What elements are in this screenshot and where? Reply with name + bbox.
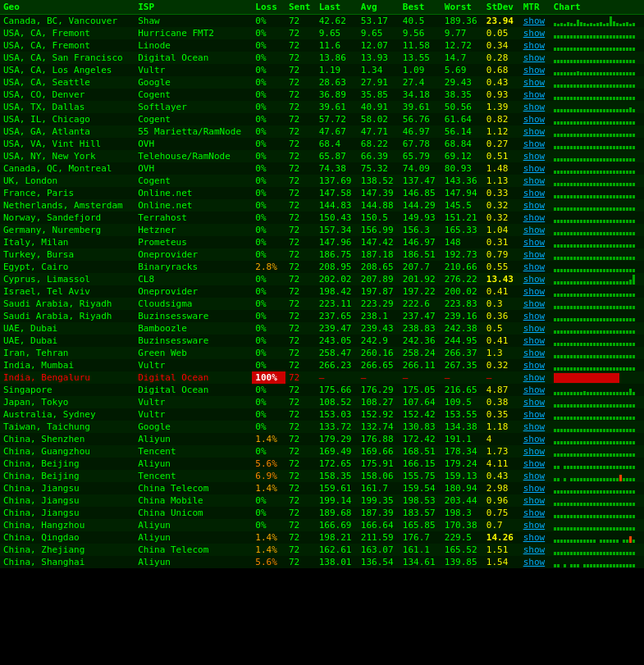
cell-mtr[interactable]: show bbox=[520, 273, 550, 285]
cell-avg: 187.39 bbox=[358, 507, 400, 519]
cell-mtr[interactable]: show bbox=[520, 224, 550, 236]
cell-mtr[interactable]: show bbox=[520, 335, 550, 347]
mtr-show-link[interactable]: show bbox=[523, 483, 546, 494]
cell-chart bbox=[550, 236, 644, 248]
mtr-show-link[interactable]: show bbox=[523, 262, 546, 272]
cell-worst: 151.21 bbox=[441, 212, 483, 224]
cell-mtr[interactable]: show bbox=[520, 347, 550, 359]
mtr-show-link[interactable]: show bbox=[523, 409, 546, 420]
mtr-show-link[interactable]: show bbox=[523, 225, 546, 235]
mtr-show-link[interactable]: show bbox=[523, 65, 546, 75]
cell-best: 130.83 bbox=[400, 421, 441, 433]
cell-mtr[interactable]: show bbox=[520, 298, 550, 310]
cell-isp: Aliyun bbox=[135, 519, 252, 531]
mtr-show-link[interactable]: show bbox=[523, 458, 546, 469]
cell-mtr[interactable]: show bbox=[520, 445, 550, 458]
cell-geo: Cyprus, Limassol bbox=[0, 273, 135, 285]
mtr-show-link[interactable]: show bbox=[523, 77, 546, 88]
cell-mtr[interactable]: show bbox=[520, 359, 550, 371]
mtr-show-link[interactable]: show bbox=[523, 360, 546, 371]
cell-mtr[interactable]: show bbox=[520, 175, 550, 187]
cell-mtr[interactable]: show bbox=[520, 396, 550, 408]
cell-mtr[interactable]: show bbox=[520, 15, 550, 28]
mtr-show-link[interactable]: show bbox=[523, 40, 546, 51]
mtr-show-link[interactable]: show bbox=[523, 114, 546, 125]
cell-mtr[interactable]: show bbox=[520, 150, 550, 162]
cell-mtr[interactable]: show bbox=[520, 285, 550, 298]
cell-mtr[interactable]: show bbox=[520, 544, 550, 556]
cell-mtr[interactable]: show bbox=[520, 187, 550, 199]
mtr-show-link[interactable]: show bbox=[523, 126, 546, 137]
cell-mtr[interactable]: show bbox=[520, 248, 550, 261]
cell-mtr[interactable]: show bbox=[520, 384, 550, 396]
cell-mtr[interactable]: show bbox=[520, 27, 550, 39]
mtr-show-link[interactable]: show bbox=[523, 163, 546, 174]
cell-mtr[interactable]: show bbox=[520, 236, 550, 248]
mtr-show-link[interactable]: show bbox=[523, 397, 546, 408]
cell-mtr[interactable]: show bbox=[520, 125, 550, 138]
cell-mtr[interactable]: show bbox=[520, 89, 550, 101]
mtr-show-link[interactable]: show bbox=[523, 446, 546, 457]
mtr-show-link[interactable]: show bbox=[523, 434, 546, 444]
cell-mtr[interactable]: show bbox=[520, 76, 550, 89]
cell-mtr[interactable]: show bbox=[520, 494, 550, 507]
mtr-show-link[interactable]: show bbox=[523, 311, 546, 321]
cell-mtr[interactable]: show bbox=[520, 470, 550, 482]
mtr-show-link[interactable]: show bbox=[523, 298, 546, 309]
cell-mtr[interactable]: show bbox=[520, 64, 550, 76]
cell-mtr[interactable]: show bbox=[520, 162, 550, 175]
mtr-show-link[interactable]: show bbox=[523, 557, 546, 567]
mtr-show-link[interactable]: show bbox=[523, 323, 546, 334]
mtr-show-link[interactable]: show bbox=[523, 532, 546, 543]
mtr-show-link[interactable]: show bbox=[523, 348, 546, 358]
cell-mtr[interactable]: show bbox=[520, 371, 550, 384]
cell-mtr[interactable]: show bbox=[520, 52, 550, 64]
mtr-show-link[interactable]: show bbox=[523, 544, 546, 555]
cell-mtr[interactable]: show bbox=[520, 212, 550, 224]
mtr-show-link[interactable]: show bbox=[523, 200, 546, 211]
mtr-show-link[interactable]: show bbox=[523, 421, 546, 432]
mtr-show-link[interactable]: show bbox=[523, 249, 546, 260]
cell-mtr[interactable]: show bbox=[520, 113, 550, 125]
cell-mtr[interactable]: show bbox=[520, 433, 550, 445]
mtr-show-link[interactable]: show bbox=[523, 372, 546, 383]
table-row: USA, CA, Los AngelesVultr0%721.191.341.0… bbox=[0, 64, 644, 76]
mtr-show-link[interactable]: show bbox=[523, 188, 546, 198]
mtr-show-link[interactable]: show bbox=[523, 237, 546, 248]
cell-mtr[interactable]: show bbox=[520, 556, 550, 568]
cell-mtr[interactable]: show bbox=[520, 310, 550, 322]
cell-mtr[interactable]: show bbox=[520, 519, 550, 531]
mtr-show-link[interactable]: show bbox=[523, 16, 546, 26]
mtr-show-link[interactable]: show bbox=[523, 508, 546, 518]
cell-mtr[interactable]: show bbox=[520, 531, 550, 544]
cell-mtr[interactable]: show bbox=[520, 458, 550, 470]
mtr-show-link[interactable]: show bbox=[523, 471, 546, 481]
mtr-show-link[interactable]: show bbox=[523, 212, 546, 223]
cell-mtr[interactable]: show bbox=[520, 408, 550, 421]
mtr-show-link[interactable]: show bbox=[523, 52, 546, 63]
cell-chart bbox=[550, 39, 644, 52]
cell-mtr[interactable]: show bbox=[520, 261, 550, 273]
cell-mtr[interactable]: show bbox=[520, 138, 550, 150]
mtr-show-link[interactable]: show bbox=[523, 335, 546, 346]
cell-mtr[interactable]: show bbox=[520, 421, 550, 433]
cell-mtr[interactable]: show bbox=[520, 322, 550, 335]
mtr-show-link[interactable]: show bbox=[523, 274, 546, 285]
mtr-show-link[interactable]: show bbox=[523, 175, 546, 186]
cell-mtr[interactable]: show bbox=[520, 101, 550, 113]
mtr-show-link[interactable]: show bbox=[523, 139, 546, 149]
mtr-show-link[interactable]: show bbox=[523, 102, 546, 112]
table-row: India, MumbaiVultr0%72266.23266.65266.11… bbox=[0, 359, 644, 371]
mtr-show-link[interactable]: show bbox=[523, 385, 546, 395]
cell-mtr[interactable]: show bbox=[520, 507, 550, 519]
cell-mtr[interactable]: show bbox=[520, 199, 550, 212]
mtr-show-link[interactable]: show bbox=[523, 286, 546, 297]
cell-mtr[interactable]: show bbox=[520, 482, 550, 494]
mtr-show-link[interactable]: show bbox=[523, 89, 546, 100]
mtr-show-link[interactable]: show bbox=[523, 151, 546, 162]
cell-loss: 0% bbox=[252, 64, 285, 76]
cell-mtr[interactable]: show bbox=[520, 39, 550, 52]
mtr-show-link[interactable]: show bbox=[523, 28, 546, 39]
mtr-show-link[interactable]: show bbox=[523, 495, 546, 506]
mtr-show-link[interactable]: show bbox=[523, 520, 546, 531]
